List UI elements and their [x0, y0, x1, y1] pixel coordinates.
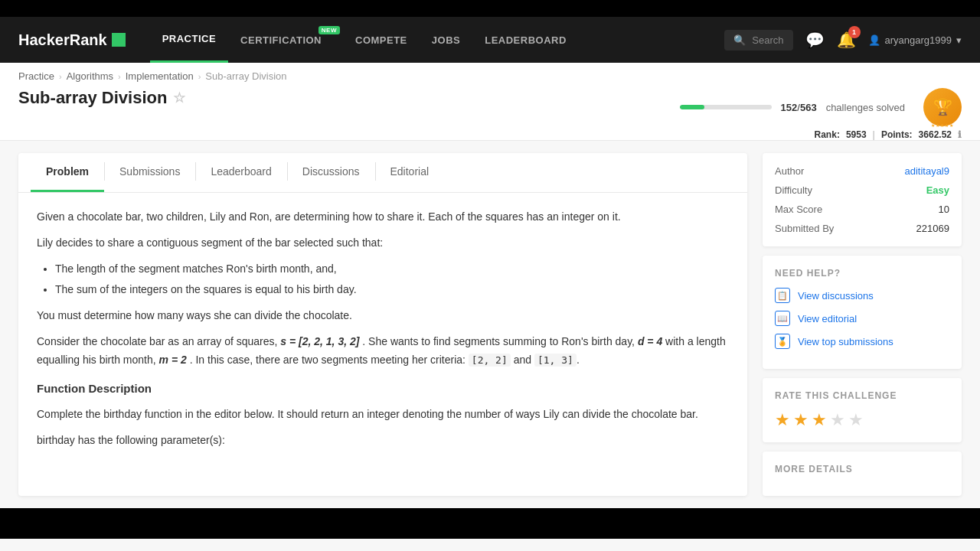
- points-label: Points:: [881, 129, 913, 140]
- search-icon: 🔍: [733, 34, 746, 46]
- nav-compete[interactable]: COMPETE: [343, 17, 420, 63]
- tab-problem[interactable]: Problem: [31, 153, 104, 192]
- progress-top: 152/563 challenges solved 🏆: [680, 88, 962, 126]
- total-count: 563: [800, 102, 817, 113]
- bottom-black-bar: [0, 508, 980, 539]
- left-panel: Problem Submissions Leaderboard Discussi…: [18, 153, 747, 496]
- page-title-row: Sub-array Division ☆: [18, 88, 185, 108]
- view-top-submissions-link[interactable]: 🏅 View top submissions: [775, 334, 949, 349]
- notification-badge: 1: [848, 26, 861, 38]
- difficulty-label: Difficulty: [775, 184, 812, 196]
- breadcrumb-algorithms[interactable]: Algorithms: [67, 70, 113, 82]
- breadcrumb-sep-2: ›: [118, 72, 121, 81]
- max-score-value: 10: [939, 204, 949, 215]
- progress-area: 152/563 challenges solved 🏆 Rank: 5953 |…: [680, 88, 962, 140]
- progress-bar-fill: [680, 105, 704, 109]
- right-sidebar: Author adititayal9 Difficulty Easy Max S…: [763, 153, 962, 496]
- tab-editorial[interactable]: Editorial: [375, 153, 445, 192]
- conditions-list: The length of the segment matches Ron's …: [55, 260, 729, 300]
- title-area: Sub-array Division ☆ 152/563 challenges …: [0, 82, 980, 140]
- star-1[interactable]: ★: [775, 410, 790, 430]
- messages-button[interactable]: 💬: [805, 31, 825, 49]
- star-2[interactable]: ★: [793, 410, 808, 430]
- solved-count: 152: [781, 102, 798, 113]
- breadcrumb-implementation[interactable]: Implementation: [126, 70, 194, 82]
- author-label: Author: [775, 165, 804, 177]
- max-score-label: Max Score: [775, 204, 822, 215]
- consider-text: Consider the chocolate bar as an array o…: [37, 335, 277, 347]
- messages-icon: 💬: [805, 31, 825, 48]
- lily-decides-paragraph: Lily decides to share a contiguous segme…: [37, 234, 729, 253]
- nav-leaderboard[interactable]: LEADERBOARD: [472, 17, 579, 63]
- view-editorial-label: View editorial: [798, 313, 857, 324]
- submitted-row: Submitted By 221069: [775, 223, 949, 234]
- condition-1: The length of the segment matches Ron's …: [55, 260, 729, 279]
- submitted-label: Submitted By: [775, 223, 834, 234]
- view-discussions-link[interactable]: 📋 View discussions: [775, 288, 949, 303]
- rate-card: RATE THIS CHALLENGE ★ ★ ★ ★ ★: [763, 378, 962, 442]
- submitted-value: 221069: [916, 223, 949, 234]
- breadcrumb-current: Sub-array Division: [205, 70, 286, 82]
- user-menu[interactable]: 👤 aryangarg1999 ▾: [868, 34, 962, 46]
- nav-practice[interactable]: PRACTICE: [150, 17, 228, 63]
- tab-discussions[interactable]: Discussions: [287, 153, 375, 192]
- star-5[interactable]: ★: [848, 410, 864, 430]
- discussions-link-icon: 📋: [775, 288, 790, 303]
- top-black-bar: [0, 0, 980, 17]
- top-submissions-link-icon: 🏅: [775, 334, 790, 349]
- consider-paragraph: Consider the chocolate bar as an array o…: [37, 333, 729, 370]
- title-left: Sub-array Division ☆: [18, 88, 185, 108]
- search-box[interactable]: 🔍 Search: [724, 30, 792, 51]
- username: aryangarg1999: [885, 34, 952, 46]
- author-row: Author adititayal9: [775, 165, 949, 177]
- user-icon: 👤: [868, 34, 880, 46]
- author-value[interactable]: adititayal9: [904, 165, 949, 177]
- points-value: 3662.52: [919, 129, 952, 140]
- tab-submissions[interactable]: Submissions: [104, 153, 195, 192]
- star-rating: ★ ★ ★ ★ ★: [775, 410, 949, 430]
- s-value: s = [2, 2, 1, 3, 2]: [280, 335, 359, 347]
- problem-solving-badge: 🏆: [923, 88, 962, 126]
- star-4[interactable]: ★: [830, 410, 845, 430]
- problem-body: Given a chocolate bar, two children, Lil…: [18, 193, 747, 473]
- new-badge: NEW: [318, 26, 340, 34]
- tab-leaderboard[interactable]: Leaderboard: [195, 153, 286, 192]
- nav-jobs[interactable]: JOBS: [420, 17, 472, 63]
- function-desc: Complete the birthday function in the ed…: [37, 406, 729, 424]
- favorite-star-icon[interactable]: ☆: [173, 90, 185, 106]
- param-label: birthday has the following parameter(s):: [37, 432, 729, 450]
- search-label: Search: [752, 34, 783, 46]
- view-editorial-link[interactable]: 📖 View editorial: [775, 311, 949, 326]
- nav-certification[interactable]: CERTIFICATION NEW: [228, 17, 343, 63]
- view-top-submissions-label: View top submissions: [798, 336, 893, 347]
- d-value: d = 4: [638, 335, 662, 347]
- function-title: Function Description: [37, 379, 729, 399]
- breadcrumb-sep-3: ›: [198, 72, 201, 81]
- progress-text: 152/563: [781, 102, 817, 113]
- editorial-link-icon: 📖: [775, 311, 790, 326]
- max-score-row: Max Score 10: [775, 204, 949, 215]
- seg1-value: [2, 2]: [469, 354, 511, 366]
- need-help-card: NEED HELP? 📋 View discussions 📖 View edi…: [763, 256, 962, 369]
- notifications-button[interactable]: 🔔 1: [837, 31, 856, 49]
- view-discussions-label: View discussions: [798, 290, 874, 302]
- consider2-text: . She wants to find segments summing to …: [362, 335, 635, 347]
- logo[interactable]: HackerRank: [18, 31, 126, 49]
- breadcrumb-sep-1: ›: [59, 72, 62, 81]
- rank-label: Rank:: [815, 129, 840, 140]
- info-icon[interactable]: ℹ: [958, 129, 962, 140]
- challenges-label: challenges solved: [826, 102, 905, 113]
- rank-value: 5953: [846, 129, 867, 140]
- rank-points-row: Rank: 5953 | Points: 3662.52 ℹ: [815, 129, 962, 140]
- divider: |: [873, 129, 875, 140]
- meta-card: Author adititayal9 Difficulty Easy Max S…: [763, 153, 962, 246]
- more-details-title: MORE DETAILS: [775, 464, 949, 474]
- logo-square: [112, 33, 126, 47]
- you-must-paragraph: You must determine how many ways she can…: [37, 307, 729, 325]
- breadcrumb-practice[interactable]: Practice: [18, 70, 54, 82]
- star-3[interactable]: ★: [812, 410, 827, 430]
- need-help-title: NEED HELP?: [775, 268, 949, 279]
- logo-text: HackerRank: [18, 31, 107, 49]
- page-title: Sub-array Division: [18, 88, 167, 108]
- m-value: m = 2: [159, 354, 187, 366]
